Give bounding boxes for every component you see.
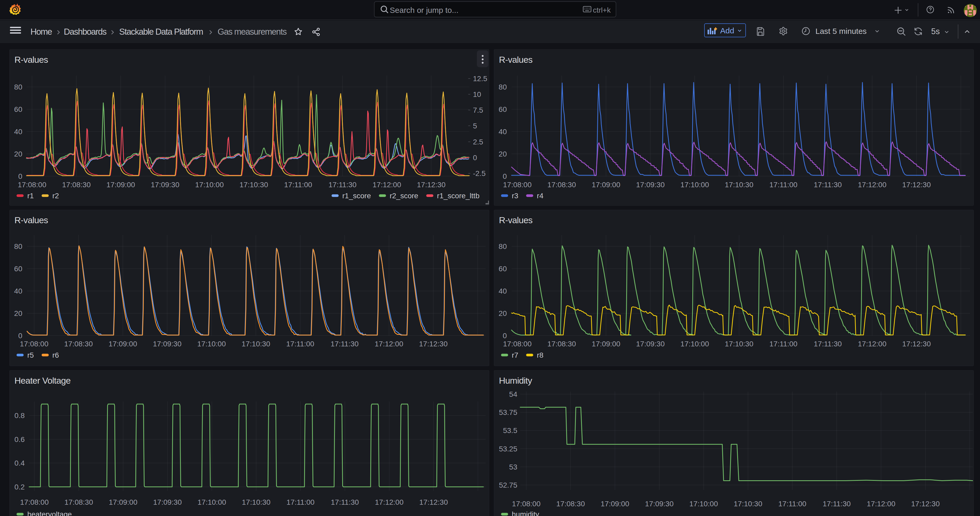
svg-text:17:10:00: 17:10:00	[681, 340, 709, 348]
svg-text:R-values: R-values	[499, 55, 533, 65]
svg-text:7.5: 7.5	[473, 106, 483, 114]
svg-text:17:12:30: 17:12:30	[419, 340, 448, 348]
svg-text:0.8: 0.8	[14, 411, 25, 420]
svg-text:2.5: 2.5	[473, 138, 483, 146]
svg-text:17:08:30: 17:08:30	[62, 181, 91, 189]
svg-text:17:10:00: 17:10:00	[689, 500, 718, 508]
svg-text:r4: r4	[537, 192, 544, 200]
svg-text:17:09:00: 17:09:00	[107, 181, 135, 189]
svg-text:r1: r1	[27, 192, 34, 200]
svg-text:17:12:00: 17:12:00	[373, 181, 401, 189]
svg-text:17:12:30: 17:12:30	[417, 181, 445, 189]
svg-text:r7: r7	[512, 351, 519, 359]
svg-text:17:12:00: 17:12:00	[858, 181, 886, 189]
svg-text:17:10:30: 17:10:30	[242, 340, 270, 348]
svg-text:17:09:30: 17:09:30	[153, 498, 182, 506]
svg-text:53.5: 53.5	[503, 427, 517, 435]
svg-text:17:10:30: 17:10:30	[725, 340, 754, 348]
svg-text:40: 40	[499, 127, 507, 136]
svg-text:17:11:00: 17:11:00	[770, 340, 798, 348]
svg-text:12.5: 12.5	[473, 75, 487, 83]
svg-text:17:12:00: 17:12:00	[867, 500, 896, 508]
svg-text:17:11:00: 17:11:00	[286, 340, 314, 348]
svg-text:20: 20	[14, 309, 22, 317]
svg-text:80: 80	[14, 242, 22, 250]
svg-text:r1_score_lttb: r1_score_lttb	[437, 192, 479, 200]
svg-text:53: 53	[509, 463, 517, 471]
svg-text:17:08:00: 17:08:00	[20, 340, 49, 348]
svg-text:r6: r6	[52, 351, 59, 359]
svg-text:17:10:30: 17:10:30	[242, 498, 270, 506]
svg-text:R-values: R-values	[14, 55, 48, 65]
svg-text:17:11:30: 17:11:30	[331, 498, 359, 506]
svg-text:r8: r8	[537, 351, 544, 359]
svg-text:17:10:30: 17:10:30	[240, 181, 268, 189]
svg-text:17:10:30: 17:10:30	[725, 181, 754, 189]
svg-text:Heater Voltage: Heater Voltage	[14, 376, 71, 385]
svg-text:-2.5: -2.5	[473, 169, 485, 177]
svg-text:17:11:30: 17:11:30	[329, 181, 357, 189]
svg-text:0.6: 0.6	[14, 435, 25, 444]
svg-text:17:09:30: 17:09:30	[151, 181, 180, 189]
svg-text:80: 80	[499, 242, 507, 250]
svg-text:17:09:30: 17:09:30	[636, 181, 665, 189]
svg-text:17:09:30: 17:09:30	[645, 500, 674, 508]
svg-text:17:09:30: 17:09:30	[636, 340, 665, 348]
svg-text:20: 20	[14, 150, 22, 158]
svg-text:60: 60	[14, 265, 22, 273]
svg-text:17:11:00: 17:11:00	[770, 181, 798, 189]
svg-text:r1_score: r1_score	[342, 192, 371, 200]
svg-text:52.75: 52.75	[499, 481, 517, 489]
svg-text:17:08:00: 17:08:00	[503, 340, 532, 348]
svg-text:17:10:30: 17:10:30	[734, 500, 762, 508]
svg-text:10: 10	[473, 90, 481, 99]
svg-text:5: 5	[473, 122, 477, 130]
svg-text:17:09:30: 17:09:30	[153, 340, 181, 348]
svg-text:17:08:00: 17:08:00	[20, 498, 49, 506]
svg-text:r3: r3	[512, 192, 519, 200]
svg-text:17:08:30: 17:08:30	[65, 498, 93, 506]
svg-text:17:08:30: 17:08:30	[64, 340, 93, 348]
svg-text:60: 60	[499, 105, 507, 113]
svg-text:0: 0	[503, 332, 507, 340]
svg-text:20: 20	[499, 150, 507, 158]
svg-text:54: 54	[509, 390, 517, 398]
svg-text:0: 0	[18, 172, 22, 180]
svg-text:17:08:30: 17:08:30	[547, 340, 576, 348]
svg-text:17:11:30: 17:11:30	[823, 500, 851, 508]
svg-text:40: 40	[14, 127, 22, 136]
svg-text:R-values: R-values	[499, 215, 533, 225]
svg-text:17:10:00: 17:10:00	[681, 181, 709, 189]
svg-text:0.2: 0.2	[14, 483, 25, 491]
svg-text:17:12:30: 17:12:30	[902, 181, 931, 189]
svg-text:0: 0	[473, 154, 477, 162]
svg-text:0: 0	[503, 172, 507, 180]
svg-text:20: 20	[499, 309, 507, 317]
svg-text:17:10:00: 17:10:00	[195, 181, 224, 189]
svg-text:40: 40	[14, 287, 22, 295]
svg-text:17:09:00: 17:09:00	[592, 181, 620, 189]
svg-text:17:11:30: 17:11:30	[331, 340, 359, 348]
svg-text:17:11:30: 17:11:30	[814, 181, 842, 189]
svg-text:17:10:00: 17:10:00	[197, 498, 226, 506]
svg-text:r5: r5	[27, 351, 34, 359]
svg-text:0.4: 0.4	[14, 459, 25, 467]
svg-text:53.75: 53.75	[499, 408, 517, 416]
svg-text:17:09:00: 17:09:00	[592, 340, 620, 348]
svg-text:17:08:00: 17:08:00	[18, 181, 46, 189]
svg-text:17:08:00: 17:08:00	[503, 181, 532, 189]
svg-text:17:10:00: 17:10:00	[197, 340, 226, 348]
svg-text:17:09:00: 17:09:00	[109, 340, 137, 348]
svg-text:heatervoltage: heatervoltage	[27, 510, 72, 516]
svg-text:17:12:30: 17:12:30	[419, 498, 448, 506]
svg-text:60: 60	[14, 105, 22, 113]
svg-text:60: 60	[499, 265, 507, 273]
svg-text:17:12:00: 17:12:00	[375, 340, 403, 348]
svg-text:0: 0	[18, 332, 22, 340]
svg-text:17:08:30: 17:08:30	[547, 181, 576, 189]
svg-text:R-values: R-values	[14, 215, 48, 225]
svg-text:r2: r2	[52, 192, 59, 200]
svg-text:40: 40	[499, 287, 507, 295]
svg-text:17:11:00: 17:11:00	[284, 181, 312, 189]
svg-text:17:12:30: 17:12:30	[911, 500, 940, 508]
